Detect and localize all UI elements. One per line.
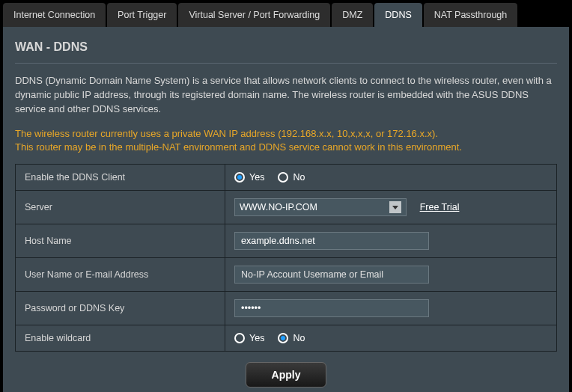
wildcard-label: Enable wildcard [16,325,225,351]
radio-yes-label: Yes [249,172,264,183]
tab-bar: Internet Connection Port Trigger Virtual… [0,0,572,27]
radio-yes-label: Yes [249,333,264,343]
apply-button[interactable]: Apply [246,362,327,388]
warning-block: The wireless router currently uses a pri… [15,127,557,156]
tab-ddns[interactable]: DDNS [374,3,422,27]
hostname-input[interactable] [234,232,429,250]
username-label: User Name or E-mail Address [16,258,225,292]
chevron-down-icon [389,201,401,213]
free-trial-link[interactable]: Free Trial [420,202,460,212]
warning-line1: The wireless router currently uses a pri… [15,127,557,141]
radio-no-label: No [293,333,305,343]
enable-ddns-label: Enable the DDNS Client [16,165,225,191]
enable-ddns-no-radio[interactable] [278,172,288,183]
server-label: Server [16,191,225,224]
page-description: DDNS (Dynamic Domain Name System) is a s… [15,74,557,117]
settings-table: Enable the DDNS Client Yes No Server WWW… [15,164,557,352]
password-label: Password or DDNS Key [16,292,225,325]
username-input[interactable] [234,266,429,284]
tab-port-trigger[interactable]: Port Trigger [107,3,177,27]
warning-line2: This router may be in the multiple-NAT e… [15,141,557,155]
wildcard-yes-radio[interactable] [234,333,245,343]
password-input[interactable] [234,299,429,317]
enable-ddns-yes-radio[interactable] [234,172,245,183]
wildcard-no-radio[interactable] [278,333,288,343]
tab-dmz[interactable]: DMZ [332,3,373,27]
tab-port-forwarding[interactable]: Virtual Server / Port Forwarding [178,3,330,27]
tab-internet-connection[interactable]: Internet Connection [3,3,106,27]
server-select-value: WWW.NO-IP.COM [240,202,317,212]
tab-nat-passthrough[interactable]: NAT Passthrough [424,3,518,27]
server-select[interactable]: WWW.NO-IP.COM [234,198,407,216]
page-title: WAN - DDNS [15,40,557,64]
main-content: WAN - DDNS DDNS (Dynamic Domain Name Sys… [3,27,569,392]
hostname-label: Host Name [16,224,225,258]
radio-no-label: No [293,172,305,183]
